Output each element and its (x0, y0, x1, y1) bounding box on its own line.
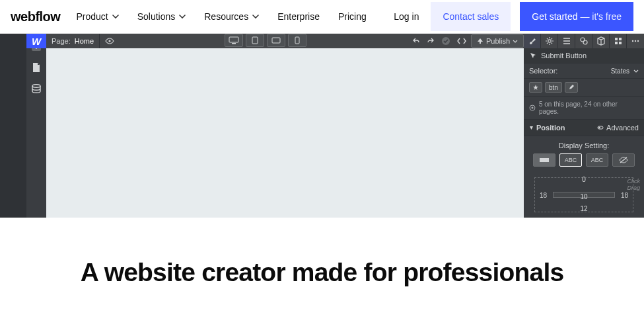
display-block-option[interactable] (533, 153, 555, 167)
get-started-suffix: — it's free (578, 11, 622, 22)
login-link[interactable]: Log in (394, 11, 419, 22)
mobile-viewport-icon[interactable] (288, 34, 306, 47)
selected-element-label: Submit Button (541, 52, 587, 60)
cms-icon[interactable] (30, 83, 42, 95)
page-label: Page: (52, 37, 71, 45)
selector-label: Selector: (529, 67, 557, 75)
position-section-header[interactable]: Position Advanced (524, 120, 644, 136)
class-badge[interactable]: btn (545, 82, 562, 93)
handwritten-hint: Click Drag (627, 179, 640, 192)
section-title: Position (536, 124, 565, 132)
display-inline-option[interactable]: ABC (586, 153, 608, 167)
advanced-label[interactable]: Advanced (606, 124, 639, 132)
display-setting-block: Display Setting: ABC ABC (524, 136, 644, 172)
svg-rect-23 (540, 158, 549, 162)
nav-item-resources[interactable]: Resources (204, 11, 259, 22)
chevron-down-icon (179, 15, 186, 19)
pages-icon[interactable] (30, 62, 42, 73)
nav-label: Solutions (137, 11, 176, 22)
style-panel: Submit Button Selector: States btn 5 on … (524, 34, 644, 218)
cursor-icon (529, 52, 537, 60)
chevron-down-icon (112, 15, 119, 19)
nav-item-pricing[interactable]: Pricing (338, 11, 367, 22)
class-row: btn (524, 79, 644, 97)
class-usage-note: 5 on this page, 24 on other pages. (524, 97, 644, 120)
states-dropdown[interactable]: States (611, 67, 629, 75)
svg-point-2 (108, 40, 110, 42)
publish-button[interactable]: Publish (471, 34, 524, 48)
undo-icon[interactable] (410, 34, 422, 48)
assets-tab-icon[interactable] (592, 34, 610, 48)
webflow-w-icon[interactable]: W (26, 34, 46, 48)
selected-element-row: Submit Button (524, 48, 644, 63)
margin-top-value[interactable]: 0 (582, 176, 586, 183)
display-options: ABC ABC (529, 153, 639, 167)
brush-tab-icon[interactable] (524, 34, 541, 48)
viewport-switcher (225, 34, 306, 47)
box-model-editor[interactable]: 0 18 18 10 12 Click Drag (529, 177, 639, 212)
svg-rect-7 (295, 37, 299, 44)
nav-label: Pricing (338, 11, 367, 22)
nav-item-enterprise[interactable]: Enterprise (277, 11, 320, 22)
svg-point-11 (583, 40, 587, 44)
tablet-viewport-icon[interactable] (246, 34, 264, 47)
interactions-tab-icon[interactable] (575, 34, 592, 48)
hero-section: A website creator made for professionals (0, 218, 644, 288)
svg-rect-4 (232, 43, 236, 44)
display-setting-label: Display Setting: (529, 142, 639, 149)
margin-right-value[interactable]: 18 (621, 191, 628, 198)
status-check-icon[interactable] (439, 34, 452, 48)
designer-preview: W Page: Home (0, 34, 644, 218)
settings-tab-icon[interactable] (541, 34, 558, 48)
designer-topbar: W Page: Home (46, 34, 524, 48)
usage-text: 5 on this page, 24 on other pages. (539, 101, 639, 115)
code-export-icon[interactable] (455, 34, 468, 48)
grid-tab-icon[interactable] (610, 34, 627, 48)
svg-rect-14 (615, 42, 618, 44)
webflow-logo[interactable]: webflow (11, 9, 60, 24)
svg-point-9 (548, 40, 550, 42)
svg-point-1 (32, 85, 40, 87)
designer-left-gutter (0, 34, 26, 218)
style-panel-tabs (524, 34, 644, 48)
svg-point-17 (635, 40, 636, 42)
selector-row: Selector: States (524, 63, 644, 79)
landscape-viewport-icon[interactable] (267, 34, 285, 47)
edit-class-icon[interactable] (565, 82, 578, 93)
designer-center: W Page: Home (46, 34, 524, 218)
designer-canvas[interactable] (46, 48, 524, 218)
chevron-down-icon (252, 15, 259, 19)
disclosure-triangle-icon (529, 124, 534, 132)
svg-point-22 (598, 127, 600, 129)
designer-left-toolbar (26, 34, 46, 218)
display-inline-block-option[interactable]: ABC (559, 153, 582, 167)
nav-item-solutions[interactable]: Solutions (137, 11, 186, 22)
svg-rect-5 (252, 37, 258, 44)
padding-bottom-value[interactable]: 12 (580, 205, 587, 212)
hero-headline: A website creator made for professionals (0, 257, 644, 288)
global-selector-badge[interactable] (529, 82, 542, 93)
designer-topbar-right: Publish (410, 34, 524, 48)
svg-rect-12 (615, 38, 618, 40)
preview-toggle[interactable] (100, 34, 120, 48)
display-none-option[interactable] (612, 153, 635, 167)
advanced-toggle-icon[interactable] (597, 124, 604, 131)
svg-rect-6 (272, 38, 280, 43)
svg-point-20 (531, 107, 533, 109)
margin-left-value[interactable]: 18 (540, 191, 547, 198)
nav-label: Resources (204, 11, 248, 22)
target-icon (529, 105, 536, 111)
desktop-viewport-icon[interactable] (225, 34, 243, 47)
svg-point-16 (632, 40, 633, 42)
svg-rect-3 (229, 37, 238, 42)
more-tab-icon[interactable] (627, 34, 644, 48)
nav-item-product[interactable]: Product (76, 11, 118, 22)
contact-sales-button[interactable]: Contact sales (431, 2, 511, 31)
page-indicator[interactable]: Page: Home (46, 34, 99, 48)
redo-icon[interactable] (425, 34, 437, 48)
padding-top-value[interactable]: 10 (580, 193, 587, 200)
site-top-nav: webflow Product Solutions Resources Ente… (0, 0, 644, 34)
get-started-button[interactable]: Get started — it's free (520, 2, 633, 31)
nav-label: Product (76, 11, 108, 22)
layout-tab-icon[interactable] (558, 34, 575, 48)
